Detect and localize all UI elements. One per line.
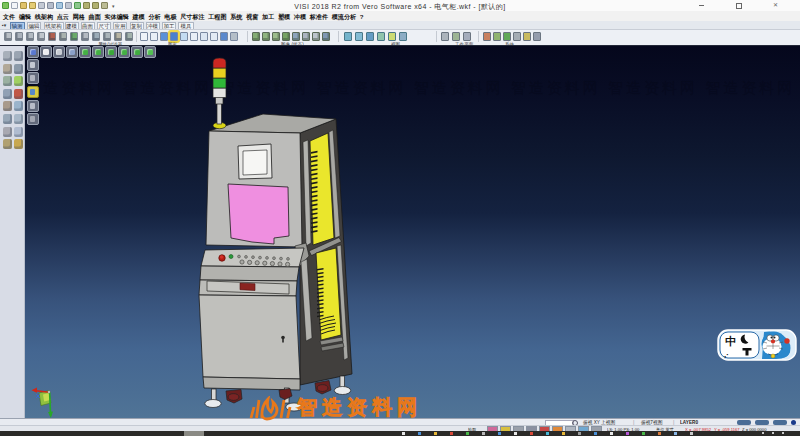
svg-text:,·: ,· xyxy=(724,350,729,359)
svg-text:中: 中 xyxy=(725,335,736,347)
